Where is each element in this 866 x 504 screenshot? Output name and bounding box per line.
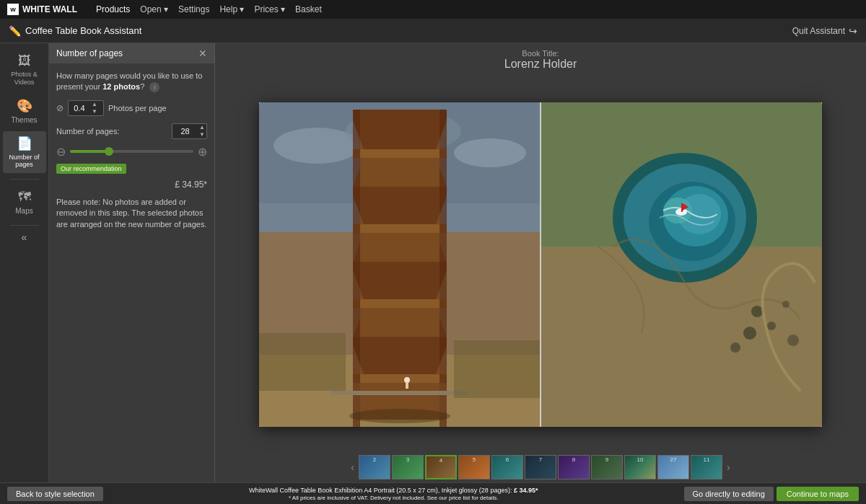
stepper-down[interactable]: ▼ xyxy=(90,108,99,115)
book-title-area: Book Title: Lorenz Holder xyxy=(215,43,866,76)
left-sidebar: 🖼 Photos & Videos 🎨 Themes 📄 Number of p… xyxy=(0,43,49,482)
num-pages-down[interactable]: ▼ xyxy=(198,131,206,138)
svg-marker-15 xyxy=(353,233,447,262)
bottom-right-buttons: Go directly to editing Continue to maps xyxy=(684,487,860,501)
assistant-title-text: Coffee Table Book Assistant xyxy=(25,25,141,36)
num-pages-input-wrap[interactable]: ▲ ▼ xyxy=(172,123,207,139)
photos-per-page-input[interactable] xyxy=(69,102,90,114)
sidebar-item-photos[interactable]: 🖼 Photos & Videos xyxy=(3,49,46,91)
thumb-11[interactable]: 11 xyxy=(691,455,722,479)
thumb-9[interactable]: 9 xyxy=(591,455,623,479)
sidebar-item-pages[interactable]: 📄 Number of pages xyxy=(3,131,46,174)
svg-rect-8 xyxy=(353,110,447,120)
thumb-scroll-right[interactable]: › xyxy=(724,461,733,473)
book-page-left xyxy=(259,102,541,427)
photos-icon: 🖼 xyxy=(18,53,31,68)
thumb-scroll-left[interactable]: ‹ xyxy=(348,461,357,473)
slider-track[interactable] xyxy=(70,150,193,153)
nav-open[interactable]: Open ▾ xyxy=(140,4,168,14)
stepper-up[interactable]: ▲ xyxy=(90,101,99,108)
svg-point-45 xyxy=(782,301,790,308)
bottom-info-text: WhiteWall Coffee Table Book Exhibition A… xyxy=(249,487,538,494)
recommendation-badge: Our recommendation xyxy=(56,163,207,180)
thumb-5[interactable]: 5 xyxy=(458,455,490,479)
circle-icon: ⊘ xyxy=(56,103,64,113)
svg-rect-28 xyxy=(406,383,408,389)
nav-help[interactable]: Help ▾ xyxy=(219,4,244,14)
svg-point-44 xyxy=(743,327,756,340)
panel-body: How many pages would you like to use to … xyxy=(49,63,214,482)
slider-thumb[interactable] xyxy=(105,147,113,156)
back-button[interactable]: Back to style selection xyxy=(7,487,103,501)
slider-row: ⊖ ⊕ xyxy=(56,145,207,159)
nav-products[interactable]: Products xyxy=(96,4,130,14)
sidebar-item-maps[interactable]: 🗺 Maps xyxy=(3,185,46,219)
panel-description: How many pages would you like to use to … xyxy=(56,71,207,93)
num-pages-row: Number of pages: ▲ ▼ xyxy=(56,123,207,139)
svg-rect-18 xyxy=(353,299,447,308)
assistant-bar: ✏️ Coffee Table Book Assistant Quit Assi… xyxy=(0,19,866,43)
info-icon[interactable]: i xyxy=(149,82,159,92)
bottom-info: WhiteWall Coffee Table Book Exhibition A… xyxy=(103,487,684,501)
logo-box: W xyxy=(7,4,19,15)
quit-button[interactable]: Quit Assistant ↪ xyxy=(792,25,857,37)
nav-basket[interactable]: Basket xyxy=(295,4,322,14)
continue-button[interactable]: Continue to maps xyxy=(777,487,859,501)
assistant-title: ✏️ Coffee Table Book Assistant xyxy=(9,25,141,37)
themes-icon: 🎨 xyxy=(17,98,32,114)
slider-max-icon[interactable]: ⊕ xyxy=(198,145,207,159)
svg-point-47 xyxy=(787,335,799,346)
panel-header: Number of pages ✕ xyxy=(49,43,214,63)
sidebar-item-themes[interactable]: 🎨 Themes xyxy=(3,94,46,128)
svg-point-4 xyxy=(454,138,526,167)
svg-rect-14 xyxy=(353,224,447,233)
num-pages-input[interactable] xyxy=(172,125,198,138)
svg-rect-23 xyxy=(353,110,360,427)
thumb-27[interactable]: 27 xyxy=(657,455,689,479)
book-title-label: Book Title: xyxy=(221,49,860,58)
slider-fill xyxy=(70,150,107,153)
thumbnail-strip: ‹ 2 3 4 5 6 7 8 9 10 27 11 › xyxy=(215,452,866,482)
nav-settings[interactable]: Settings xyxy=(178,4,209,14)
svg-point-46 xyxy=(730,342,740,353)
logo-text: WHITE WALL xyxy=(22,4,77,14)
photos-per-page-stepper[interactable]: ▲ ▼ xyxy=(68,100,104,116)
thumb-10[interactable]: 10 xyxy=(624,455,656,479)
thumb-7[interactable]: 7 xyxy=(525,455,556,479)
svg-point-27 xyxy=(404,377,410,383)
left-page-svg xyxy=(259,102,541,427)
stepper-buttons: ▲ ▼ xyxy=(90,101,99,115)
main-layout: 🖼 Photos & Videos 🎨 Themes 📄 Number of p… xyxy=(0,43,866,482)
logo[interactable]: W WHITE WALL xyxy=(7,4,77,15)
svg-rect-16 xyxy=(353,262,447,270)
panel-header-title: Number of pages xyxy=(56,48,123,58)
panel-close-button[interactable]: ✕ xyxy=(198,48,207,59)
svg-point-43 xyxy=(767,322,776,330)
thumb-4[interactable]: 4 xyxy=(425,455,457,479)
svg-marker-17 xyxy=(353,270,447,299)
sidebar-photos-label: Photos & Videos xyxy=(6,71,43,87)
book-page-right xyxy=(541,102,822,427)
quit-icon: ↪ xyxy=(849,25,857,37)
thumb-6[interactable]: 6 xyxy=(491,455,523,479)
bottom-info-note: * All prices are inclusive of VAT. Deliv… xyxy=(289,495,499,501)
photos-per-page-row: ⊘ ▲ ▼ Photos per page xyxy=(56,100,207,116)
svg-marker-19 xyxy=(353,308,447,337)
edit-button[interactable]: Go directly to editing xyxy=(684,487,774,501)
sidebar-collapse-arrow[interactable]: « xyxy=(22,231,27,243)
book-spread xyxy=(259,102,822,427)
nav-prices[interactable]: Prices ▾ xyxy=(254,4,285,14)
num-pages-up[interactable]: ▲ xyxy=(198,124,206,131)
badge-text: Our recommendation xyxy=(56,164,126,174)
photo-count: 12 photos xyxy=(102,82,140,91)
book-title-value: Lorenz Holder xyxy=(221,58,860,71)
sidebar-divider xyxy=(10,179,39,180)
thumb-3[interactable]: 3 xyxy=(392,455,424,479)
sidebar-themes-label: Themes xyxy=(11,116,37,124)
svg-point-25 xyxy=(349,409,450,423)
thumb-8[interactable]: 8 xyxy=(558,455,590,479)
right-page-svg xyxy=(541,102,822,427)
slider-min-icon[interactable]: ⊖ xyxy=(56,145,66,159)
ppp-label: Photos per page xyxy=(108,104,167,112)
thumb-2[interactable]: 2 xyxy=(359,455,390,479)
